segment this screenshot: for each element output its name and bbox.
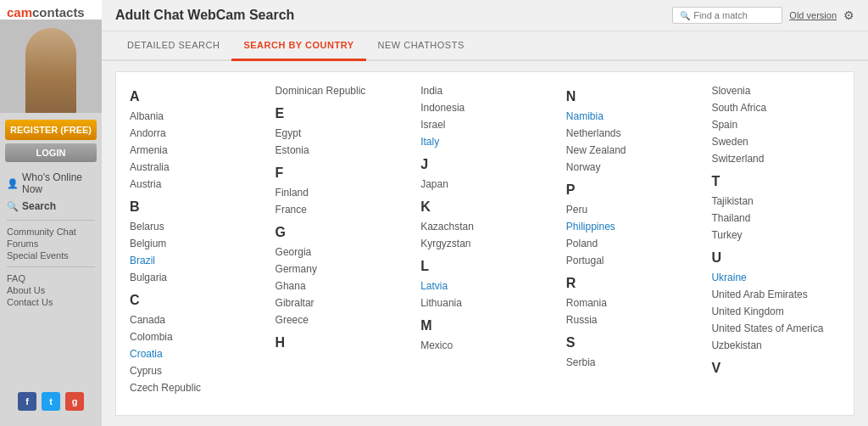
country-item: Romania bbox=[566, 294, 695, 311]
country-item: France bbox=[275, 201, 404, 218]
facebook-icon[interactable]: f bbox=[18, 392, 36, 411]
sidebar-item-whos-online[interactable]: 👤 Who's Online Now bbox=[7, 169, 95, 198]
country-item: Australia bbox=[130, 159, 259, 176]
find-match-box[interactable]: 🔍 bbox=[672, 7, 782, 24]
country-item[interactable]: Philippines bbox=[566, 218, 695, 235]
letter-header-R: R bbox=[566, 276, 695, 291]
letter-header-B: B bbox=[130, 199, 259, 215]
sidebar-link-faq[interactable]: FAQ bbox=[7, 272, 95, 284]
country-item: Mexico bbox=[420, 337, 549, 354]
letter-header-S: S bbox=[566, 335, 695, 350]
sidebar-link-forums[interactable]: Forums bbox=[7, 238, 95, 249]
country-item: Spain bbox=[711, 116, 840, 133]
country-item: Cyprus bbox=[130, 362, 259, 379]
tab-search-by-country[interactable]: SEARCH BY COUNTRY bbox=[231, 31, 365, 61]
googleplus-icon[interactable]: g bbox=[65, 392, 84, 411]
logo: camcontacts bbox=[0, 0, 102, 20]
sidebar-link-about[interactable]: About Us bbox=[7, 284, 95, 296]
country-item[interactable]: Ukraine bbox=[711, 269, 840, 286]
country-item: Georgia bbox=[275, 244, 404, 261]
country-item: Norway bbox=[566, 159, 695, 176]
country-item: United States of America bbox=[711, 320, 840, 337]
country-item: Peru bbox=[566, 201, 695, 218]
sidebar-link-special-events[interactable]: Special Events bbox=[7, 249, 95, 261]
country-item: Poland bbox=[566, 235, 695, 252]
country-item: Gibraltar bbox=[275, 294, 404, 311]
main-content: Adult Chat WebCam Search 🔍 Old version ⚙… bbox=[102, 0, 868, 426]
person-icon: 👤 bbox=[7, 178, 19, 189]
country-item[interactable]: Namibia bbox=[566, 108, 695, 125]
letter-header-L: L bbox=[420, 259, 549, 274]
country-item: Andorra bbox=[130, 125, 259, 142]
country-item: Belarus bbox=[130, 218, 259, 235]
page-title: Adult Chat WebCam Search bbox=[115, 8, 294, 23]
country-item: Ghana bbox=[275, 277, 404, 294]
letter-header-H: H bbox=[275, 335, 404, 350]
sidebar-link-contact[interactable]: Contact Us bbox=[7, 296, 95, 308]
country-item: Canada bbox=[130, 311, 259, 328]
twitter-icon[interactable]: t bbox=[42, 392, 60, 411]
country-item: Portugal bbox=[566, 252, 695, 269]
tab-bar: DETAILED SEARCH SEARCH BY COUNTRY NEW CH… bbox=[102, 31, 868, 61]
letter-header-P: P bbox=[566, 182, 695, 198]
country-item[interactable]: Latvia bbox=[420, 277, 549, 294]
letter-header-E: E bbox=[275, 106, 404, 121]
tab-new-chathosts[interactable]: NEW CHATHOSTS bbox=[366, 31, 476, 61]
country-col-2: IndiaIndonesiaIsraelItalyJJapanKKazachst… bbox=[420, 82, 549, 396]
tab-detailed-search[interactable]: DETAILED SEARCH bbox=[115, 31, 231, 61]
country-item: Lithuania bbox=[420, 294, 549, 311]
country-item[interactable]: Italy bbox=[420, 133, 549, 150]
header-right: 🔍 Old version ⚙ bbox=[672, 7, 854, 24]
page-header: Adult Chat WebCam Search 🔍 Old version ⚙ bbox=[102, 0, 868, 31]
logo-contacts: contacts bbox=[32, 5, 85, 20]
country-item: United Kingdom bbox=[711, 303, 840, 320]
country-item: Turkey bbox=[711, 227, 840, 244]
old-version-link[interactable]: Old version bbox=[789, 10, 837, 20]
letter-header-G: G bbox=[275, 225, 404, 240]
country-item: Bulgaria bbox=[130, 269, 259, 286]
divider-1 bbox=[7, 220, 95, 221]
find-match-input[interactable] bbox=[693, 10, 775, 20]
country-item: Switzerland bbox=[711, 150, 840, 167]
country-item: Sweden bbox=[711, 133, 840, 150]
sidebar-link-community[interactable]: Community Chat bbox=[7, 226, 95, 238]
country-item: Finland bbox=[275, 184, 404, 201]
letter-header-A: A bbox=[130, 89, 259, 104]
country-item: Japan bbox=[420, 176, 549, 193]
country-item: Austria bbox=[130, 176, 259, 193]
country-col-1: Dominican RepublicEEgyptEstoniaFFinlandF… bbox=[275, 82, 404, 396]
letter-header-C: C bbox=[130, 293, 259, 308]
register-button[interactable]: REGISTER (FREE) bbox=[5, 120, 97, 140]
country-item: Indonesia bbox=[420, 99, 549, 116]
country-item[interactable]: Brazil bbox=[130, 252, 259, 269]
country-item: Greece bbox=[275, 311, 404, 328]
settings-icon[interactable]: ⚙ bbox=[843, 8, 854, 22]
country-item: Germany bbox=[275, 261, 404, 277]
letter-header-U: U bbox=[711, 250, 840, 266]
country-item: Thailand bbox=[711, 210, 840, 227]
letter-header-N: N bbox=[566, 89, 695, 104]
sidebar-item-search[interactable]: 🔍 Search bbox=[7, 198, 95, 215]
country-item: Kyrgyzstan bbox=[420, 235, 549, 252]
country-item: United Arab Emirates bbox=[711, 286, 840, 303]
country-item[interactable]: Croatia bbox=[130, 345, 259, 362]
country-col-4: SloveniaSouth AfricaSpainSwedenSwitzerla… bbox=[711, 82, 840, 396]
login-button[interactable]: LOGIN bbox=[5, 143, 97, 162]
country-item: New Zealand bbox=[566, 142, 695, 159]
search-icon: 🔍 bbox=[7, 201, 19, 212]
country-item: Russia bbox=[566, 311, 695, 328]
country-item: Belgium bbox=[130, 235, 259, 252]
country-item: Czech Republic bbox=[130, 379, 259, 396]
promo-image bbox=[0, 20, 102, 113]
country-item: Egypt bbox=[275, 125, 404, 142]
letter-header-F: F bbox=[275, 165, 404, 181]
country-item: Israel bbox=[420, 116, 549, 133]
country-item: Dominican Republic bbox=[275, 82, 404, 99]
country-item: Armenia bbox=[130, 142, 259, 159]
social-icons: f t g bbox=[11, 385, 91, 418]
country-item: Tajikistan bbox=[711, 193, 840, 210]
letter-header-K: K bbox=[420, 199, 549, 215]
country-col-0: AAlbaniaAndorraArmeniaAustraliaAustriaBB… bbox=[130, 82, 259, 396]
country-grid: AAlbaniaAndorraArmeniaAustraliaAustriaBB… bbox=[130, 82, 840, 396]
country-item: Estonia bbox=[275, 142, 404, 159]
